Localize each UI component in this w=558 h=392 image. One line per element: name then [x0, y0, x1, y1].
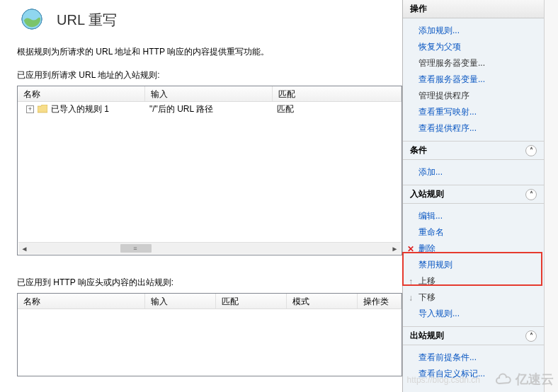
action-restore-parent[interactable]: 恢复为父项: [403, 39, 544, 55]
action-import-rules[interactable]: 导入规则...: [403, 306, 544, 322]
action-view-preconditions[interactable]: 查看前提条件...: [403, 350, 544, 366]
arrow-down-icon: ↓: [406, 293, 416, 303]
watermark: 亿速云: [494, 371, 554, 388]
rule-match: 匹配: [273, 103, 402, 115]
outbound-rules-header[interactable]: 出站规则 ˄: [403, 326, 544, 345]
cloud-icon: [494, 373, 513, 386]
action-manage-server-vars-label: 管理服务器变量...: [403, 55, 544, 71]
scroll-thumb[interactable]: ≡: [120, 244, 152, 253]
arrow-up-icon: ↑: [406, 277, 416, 287]
conditions-header[interactable]: 条件 ˄: [403, 141, 544, 160]
table-header: 名称 输入 匹配: [18, 86, 402, 102]
page-title: URL 重写: [57, 11, 117, 30]
scroll-left-icon[interactable]: ◄: [18, 243, 30, 254]
actions-panel: 操作 添加规则... 恢复为父项 管理服务器变量... 查看服务器变量... 管…: [402, 0, 544, 392]
action-view-providers[interactable]: 查看提供程序...: [403, 120, 544, 137]
action-rename[interactable]: 重命名: [403, 224, 544, 241]
page-description: 根据规则为所请求的 URL 地址和 HTTP 响应的内容提供重写功能。: [17, 46, 402, 58]
col-input[interactable]: 输入: [145, 294, 216, 309]
chevron-up-icon[interactable]: ˄: [525, 189, 537, 200]
action-move-up[interactable]: ↑ 上移: [403, 273, 544, 289]
action-move-down[interactable]: ↓ 下移: [403, 289, 544, 306]
actions-header: 操作: [403, 0, 544, 18]
inbound-rules-header[interactable]: 入站规则 ˄: [403, 185, 544, 204]
action-delete[interactable]: ✕ 删除: [403, 241, 544, 257]
globe-icon: [20, 7, 57, 33]
chevron-up-icon[interactable]: ˄: [525, 330, 537, 342]
col-match[interactable]: 匹配: [273, 86, 402, 101]
col-input[interactable]: 输入: [145, 86, 273, 101]
delete-icon: ✕: [406, 244, 416, 254]
action-view-rewrite-maps[interactable]: 查看重写映射...: [403, 104, 544, 120]
action-manage-providers-label: 管理提供程序: [403, 88, 544, 104]
action-add-condition[interactable]: 添加...: [403, 164, 544, 180]
outbound-rules-table[interactable]: 名称 输入 匹配 模式 操作类: [17, 293, 402, 376]
action-disable[interactable]: 禁用规则: [403, 257, 544, 273]
action-add-rule[interactable]: 添加规则...: [403, 23, 544, 39]
window-gutter: [544, 0, 558, 392]
col-match[interactable]: 匹配: [216, 294, 287, 309]
col-name[interactable]: 名称: [18, 294, 145, 309]
col-mode[interactable]: 模式: [287, 294, 358, 309]
col-actiontype[interactable]: 操作类: [358, 294, 402, 309]
folder-icon: [38, 105, 47, 113]
table-row[interactable]: + 已导入的规则 1 "/"后的 URL 路径 匹配: [18, 102, 402, 116]
col-name[interactable]: 名称: [18, 86, 145, 101]
chevron-up-icon[interactable]: ˄: [525, 145, 537, 156]
watermark-url: https://blog.csdn.cn: [407, 375, 480, 385]
inbound-caption: 已应用到所请求 URL 地址的入站规则:: [17, 69, 402, 81]
inbound-rules-table[interactable]: 名称 输入 匹配 + 已导入的规则 1 "/"后的 URL 路径 匹配 ◄ ≡ …: [17, 86, 402, 255]
outbound-caption: 已应用到 HTTP 响应头或内容的出站规则:: [17, 277, 402, 289]
action-edit[interactable]: 编辑...: [403, 208, 544, 224]
expand-icon[interactable]: +: [26, 105, 34, 113]
rule-name: 已导入的规则 1: [51, 103, 109, 115]
action-view-server-vars[interactable]: 查看服务器变量...: [403, 71, 544, 88]
table-header: 名称 输入 匹配 模式 操作类: [18, 294, 402, 309]
scroll-right-icon[interactable]: ►: [389, 243, 401, 254]
h-scrollbar[interactable]: ◄ ≡ ►: [18, 242, 401, 254]
rule-input: "/"后的 URL 路径: [145, 103, 273, 115]
